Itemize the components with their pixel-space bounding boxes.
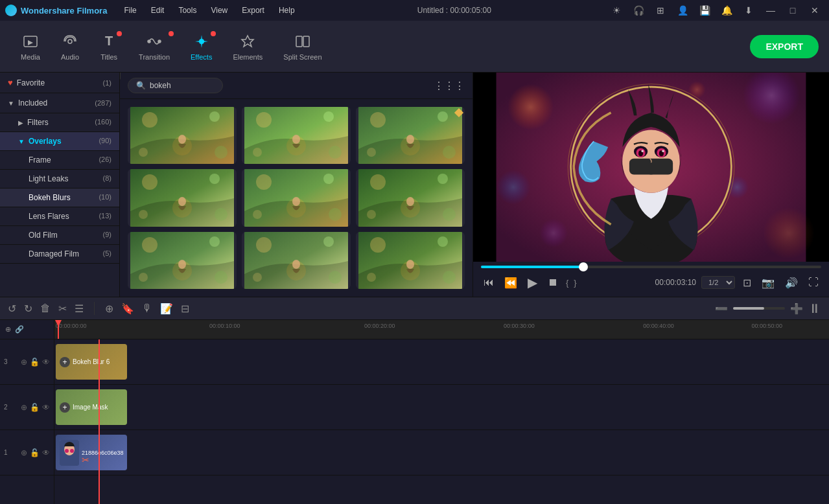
track-2-eye-icon[interactable]: 👁 [42,403,50,412]
effect-thumbnail [242,107,351,164]
sidebar-item-lens-flares[interactable]: Lens Flares (13) [0,207,119,226]
menu-export[interactable]: Export [235,3,271,17]
cut-btn[interactable]: ✂ [58,303,67,315]
progress-handle[interactable] [579,262,588,271]
sidebar-item-filters[interactable]: ▶ Filters (160) [0,113,119,132]
delete-btn[interactable]: 🗑 [40,303,51,314]
stop-btn[interactable]: ⏹ [545,274,561,291]
tool-split-screen[interactable]: Split Screen [273,27,332,66]
minimize-btn[interactable]: — [762,3,780,17]
menu-edit[interactable]: Edit [145,3,171,17]
svg-point-45 [438,174,448,184]
edit-btn[interactable]: 📝 [160,303,173,315]
effect-card-8[interactable]: Bokeh Blur 8 [242,232,351,289]
effect-card-2[interactable]: Bokeh Blur 2 [242,107,351,164]
menu-file[interactable]: File [117,3,143,17]
link-track-icon[interactable]: 🔗 [15,325,24,334]
effect-card-10[interactable]: Bokeh Blur 10 [128,169,237,226]
heart-icon: ♥ [8,78,13,87]
snap-btn[interactable]: ⊕ [105,303,113,315]
clip-anime[interactable]: 21886e6c06e38 ✂ [56,435,127,470]
redo-btn[interactable]: ↻ [24,303,32,315]
effect-card-6[interactable]: Bokeh Blur 6 [356,107,465,164]
menu-view[interactable]: View [204,3,234,17]
tool-titles[interactable]: T Titles [89,27,128,66]
add-track-icon[interactable]: ⊕ [5,325,11,334]
fullscreen-btn[interactable]: ⛶ [806,274,821,291]
track-label-1: 1 ⊕ 🔓 👁 [0,430,54,475]
fit-btn[interactable]: ⏸ [808,301,821,316]
effect-card-9[interactable]: Bokeh Blur 9 [356,232,465,289]
tool-audio[interactable]: Audio [51,27,89,66]
sidebar-item-included[interactable]: ▼ Included (287) [0,93,119,113]
save-icon[interactable]: 💾 [695,3,714,17]
audio-record-btn[interactable]: 🎙 [142,303,152,314]
effects-icon [193,32,211,51]
panel-collapse-btn[interactable]: ◀ [120,73,121,80]
media-label: Media [21,53,40,61]
close-btn[interactable]: ✕ [806,3,824,17]
alert-icon[interactable]: 🔔 [718,3,736,17]
sidebar-item-frame[interactable]: Frame (26) [0,151,119,170]
effect-thumbnail [128,107,237,164]
frame-count: (26) [99,155,111,165]
effect-card-4[interactable]: Bokeh Blur 4 [242,169,351,226]
maximize-btn[interactable]: □ [784,3,802,17]
tool-elements[interactable]: Elements [222,27,273,66]
old-film-label: Old Film [29,231,58,240]
tool-transition[interactable]: Transition [128,27,180,66]
track-3-lock-icon[interactable]: 🔓 [30,358,40,367]
quality-select[interactable]: 1/2 Full 1/4 [701,276,735,289]
fit-screen-btn[interactable]: ⊡ [740,274,754,292]
svg-point-56 [178,260,186,269]
clip-image-mask[interactable]: + Image Mask [56,389,127,425]
effect-card-5[interactable]: Bokeh Blur 5 [356,169,465,226]
track-2-lock-icon[interactable]: 🔓 [30,403,40,412]
zoom-in-btn[interactable]: ➕ [790,303,803,315]
skip-back-btn[interactable]: ⏮ [481,274,496,291]
search-input[interactable] [150,81,215,90]
track-1-lock-icon[interactable]: 🔓 [30,448,40,457]
progress-bar[interactable] [481,266,821,268]
menu-help[interactable]: Help [272,3,301,17]
pip-btn[interactable]: ⊟ [181,303,189,315]
tool-effects[interactable]: Effects [180,27,222,66]
screenshot-btn[interactable]: 📷 [759,274,777,292]
elements-icon [239,32,257,51]
timeline-ruler[interactable]: 00:00:00:00 00:00:10:00 00:00:20:00 00:0… [54,320,829,339]
grid-toggle-btn[interactable]: ⋮⋮⋮ [434,80,465,92]
svg-point-75 [763,207,815,259]
effect-thumbnail [242,169,351,226]
settings-btn[interactable]: ☰ [75,303,84,315]
effect-card-1[interactable]: Bokeh Blur 1 [128,107,237,164]
zoom-slider[interactable] [733,307,785,310]
play-btn[interactable]: ▶ [525,272,540,293]
effect-card-7[interactable]: Bokeh Blur 7 [128,232,237,289]
track-1-eye-icon[interactable]: 👁 [42,448,50,457]
zoom-out-btn[interactable]: ➖ [715,303,728,315]
sidebar-item-overlays[interactable]: ▼ Overlays (90) [0,132,119,151]
headphone-icon[interactable]: 🎧 [629,3,648,17]
app-name: Wondershare Filmora [21,6,107,16]
undo-btn[interactable]: ↺ [8,303,16,315]
track-3-eye-icon[interactable]: 👁 [42,358,50,367]
sidebar-item-bokeh-blurs[interactable]: Bokeh Blurs (10) [0,189,119,207]
volume-btn[interactable]: 🔊 [782,274,800,292]
step-back-btn[interactable]: ⏪ [502,274,520,292]
notification-icon[interactable]: ☀ [607,3,625,17]
sidebar-item-light-leaks[interactable]: Light Leaks (8) [0,170,119,189]
layout-icon[interactable]: ⊞ [651,3,670,17]
clip-bokeh-blur[interactable]: + Bokeh Blur 6 [56,344,127,380]
svg-point-1 [68,40,72,43]
preview-video [473,73,829,262]
sidebar-item-old-film[interactable]: Old Film (9) [0,226,119,245]
marker-btn[interactable]: 🔖 [121,303,134,315]
export-button[interactable]: EXPORT [750,35,819,58]
sidebar-item-favorite[interactable]: ♥ Favorite (1) [0,73,119,93]
account-icon[interactable]: 👤 [673,3,692,17]
bracket-start: { [566,278,568,288]
tool-media[interactable]: Media [10,27,51,66]
download-icon[interactable]: ⬇ [740,3,758,17]
sidebar-item-damaged-film[interactable]: Damaged Film (5) [0,245,119,264]
menu-tools[interactable]: Tools [172,3,203,17]
